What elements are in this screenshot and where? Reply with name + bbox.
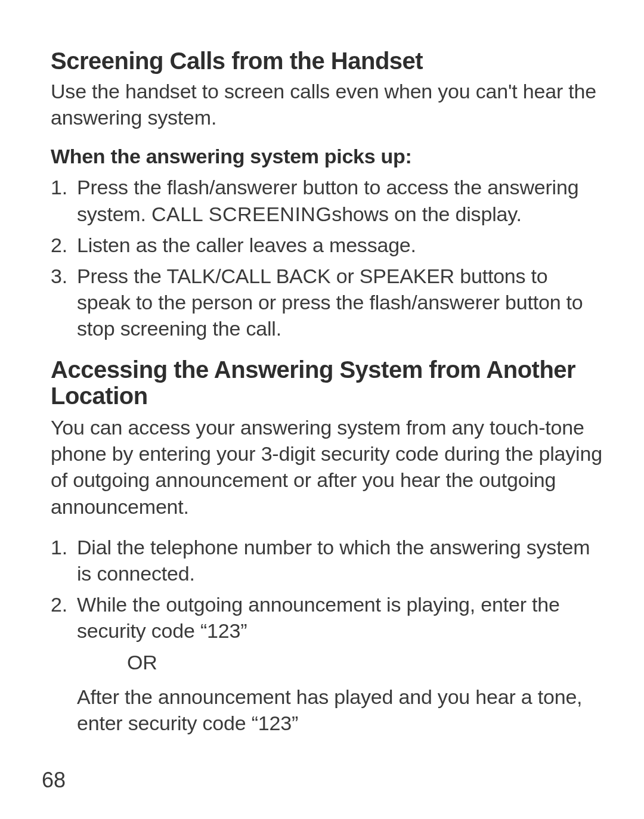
or-separator: OR <box>77 649 602 675</box>
list-item: Press the flash/answerer button to acces… <box>51 174 602 227</box>
section1-intro: Use the handset to screen calls even whe… <box>51 78 602 131</box>
list-item: Press the TALK/CALL BACK or SPEAKER butt… <box>51 263 602 342</box>
list-item: Listen as the caller leaves a message. <box>51 232 602 258</box>
section1-steps-list: Press the flash/answerer button to acces… <box>51 174 602 342</box>
section1-subheading: When the answering system picks up: <box>51 145 602 168</box>
step-text-post: shows on the display. <box>332 203 521 225</box>
section2-intro: You can access your answering system fro… <box>51 414 602 520</box>
display-text-call-screening: CALL SCREENING <box>151 203 332 225</box>
section-heading-screening: Screening Calls from the Handset <box>51 48 602 75</box>
page-number: 68 <box>42 768 66 793</box>
list-item: While the outgoing announcement is playi… <box>51 591 602 736</box>
section2-steps-list: Dial the telephone number to which the a… <box>51 534 602 736</box>
step-alt-text: After the announcement has played and yo… <box>77 684 602 736</box>
section-heading-accessing: Accessing the Answering System from Anot… <box>51 356 602 410</box>
step-text: While the outgoing announcement is playi… <box>77 593 560 642</box>
list-item: Dial the telephone number to which the a… <box>51 534 602 587</box>
